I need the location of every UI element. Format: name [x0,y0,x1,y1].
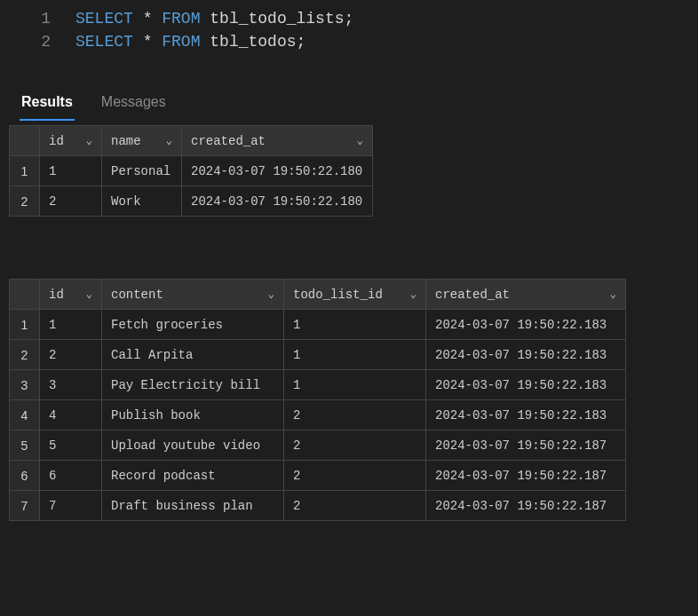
cell-id[interactable]: 5 [40,430,102,461]
results-panel: id⌄ name⌄ created_at⌄ 11Personal2024-03-… [0,125,698,521]
table-row[interactable]: 55Upload youtube video22024-03-07 19:50:… [10,430,626,461]
cell-created-at[interactable]: 2024-03-07 19:50:22.187 [426,461,626,491]
row-number[interactable]: 7 [10,491,40,521]
cell-content[interactable]: Publish book [102,400,284,430]
table-row[interactable]: 22Work2024-03-07 19:50:22.180 [10,186,373,217]
rownum-header[interactable] [10,126,40,156]
cell-todo-list-id[interactable]: 1 [284,340,426,370]
line-number: 2 [0,33,75,51]
cell-todo-list-id[interactable]: 1 [284,370,426,400]
cell-id[interactable]: 1 [40,310,102,340]
column-header-todo-list-id[interactable]: todo_list_id⌄ [284,280,426,310]
cell-todo-list-id[interactable]: 1 [284,310,426,340]
column-header-id[interactable]: id⌄ [40,280,102,310]
table-row[interactable]: 11Fetch groceries12024-03-07 19:50:22.18… [10,310,626,340]
cell-todo-list-id[interactable]: 2 [284,461,426,491]
table-row[interactable]: 77Draft business plan22024-03-07 19:50:2… [10,491,626,521]
cell-content[interactable]: Draft business plan [102,491,284,521]
rownum-header[interactable] [10,280,40,310]
column-header-created-at[interactable]: created_at⌄ [182,126,373,156]
chevron-down-icon[interactable]: ⌄ [86,134,92,147]
cell-created-at[interactable]: 2024-03-07 19:50:22.187 [426,430,626,461]
column-header-content[interactable]: content⌄ [102,280,284,310]
tab-results[interactable]: Results [20,89,75,121]
cell-id[interactable]: 6 [40,461,102,491]
cell-created-at[interactable]: 2024-03-07 19:50:22.183 [426,400,626,430]
cell-content[interactable]: Fetch groceries [102,310,284,340]
row-number[interactable]: 2 [10,186,40,217]
column-header-created-at[interactable]: created_at⌄ [426,280,626,310]
cell-content[interactable]: Pay Electricity bill [102,370,284,400]
column-label: todo_list_id [293,288,383,302]
chevron-down-icon[interactable]: ⌄ [166,134,172,147]
table-row[interactable]: 11Personal2024-03-07 19:50:22.180 [10,156,373,186]
table-row[interactable]: 22Call Arpita12024-03-07 19:50:22.183 [10,340,626,370]
cell-created-at[interactable]: 2024-03-07 19:50:22.180 [182,186,373,217]
tab-messages[interactable]: Messages [99,89,168,121]
result-table-2: id⌄ content⌄ todo_list_id⌄ created_at⌄ 1… [9,279,626,521]
column-label: name [111,134,141,148]
cell-id[interactable]: 3 [40,370,102,400]
editor-line[interactable]: 1 SELECT * FROM tbl_todo_lists; [0,7,698,30]
row-number[interactable]: 2 [10,340,40,370]
cell-id[interactable]: 2 [40,186,102,217]
cell-id[interactable]: 1 [40,156,102,186]
row-number[interactable]: 1 [10,156,40,186]
cell-created-at[interactable]: 2024-03-07 19:50:22.183 [426,370,626,400]
column-label: content [111,288,163,302]
cell-content[interactable]: Call Arpita [102,340,284,370]
table-row[interactable]: 44Publish book22024-03-07 19:50:22.183 [10,400,626,430]
sql-editor[interactable]: 1 SELECT * FROM tbl_todo_lists; 2 SELECT… [0,0,698,89]
cell-created-at[interactable]: 2024-03-07 19:50:22.180 [182,156,373,186]
result-tabs: Results Messages [0,89,698,122]
cell-content[interactable]: Upload youtube video [102,430,284,461]
cell-todo-list-id[interactable]: 2 [284,430,426,461]
column-label: id [49,134,64,148]
cell-created-at[interactable]: 2024-03-07 19:50:22.183 [426,310,626,340]
result-table-1: id⌄ name⌄ created_at⌄ 11Personal2024-03-… [9,125,373,217]
chevron-down-icon[interactable]: ⌄ [357,134,363,147]
column-label: created_at [191,134,266,148]
cell-todo-list-id[interactable]: 2 [284,491,426,521]
cell-id[interactable]: 2 [40,340,102,370]
code-content: SELECT * FROM tbl_todos; [75,33,305,51]
editor-line[interactable]: 2 SELECT * FROM tbl_todos; [0,30,698,53]
chevron-down-icon[interactable]: ⌄ [86,288,92,301]
chevron-down-icon[interactable]: ⌄ [410,288,416,301]
row-number[interactable]: 6 [10,461,40,491]
column-label: id [49,288,64,302]
column-header-id[interactable]: id⌄ [40,126,102,156]
row-number[interactable]: 3 [10,370,40,400]
row-number[interactable]: 5 [10,430,40,461]
line-number: 1 [0,10,75,28]
column-header-name[interactable]: name⌄ [102,126,182,156]
cell-todo-list-id[interactable]: 2 [284,400,426,430]
cell-name[interactable]: Work [102,186,182,217]
code-content: SELECT * FROM tbl_todo_lists; [75,10,353,28]
table-row[interactable]: 33Pay Electricity bill12024-03-07 19:50:… [10,370,626,400]
chevron-down-icon[interactable]: ⌄ [610,288,616,301]
row-number[interactable]: 4 [10,400,40,430]
cell-name[interactable]: Personal [102,156,182,186]
chevron-down-icon[interactable]: ⌄ [268,288,274,301]
column-label: created_at [435,288,510,302]
cell-created-at[interactable]: 2024-03-07 19:50:22.187 [426,491,626,521]
cell-created-at[interactable]: 2024-03-07 19:50:22.183 [426,340,626,370]
row-number[interactable]: 1 [10,310,40,340]
table-row[interactable]: 66Record podcast22024-03-07 19:50:22.187 [10,461,626,491]
cell-id[interactable]: 7 [40,491,102,521]
cell-id[interactable]: 4 [40,400,102,430]
cell-content[interactable]: Record podcast [102,461,284,491]
